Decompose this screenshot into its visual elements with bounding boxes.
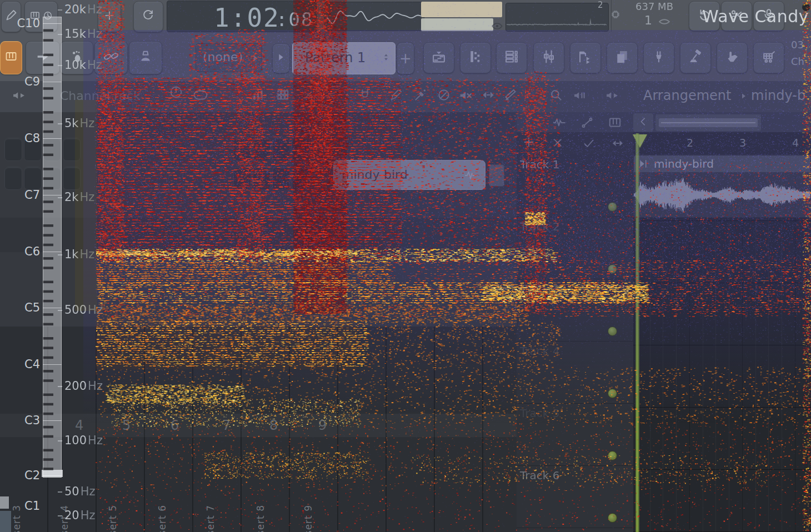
note-label: C4: [13, 358, 40, 371]
note-label: C2: [13, 469, 40, 482]
step-button[interactable]: [24, 167, 42, 190]
note-label: C6: [13, 245, 40, 258]
hint-bar: [421, 2, 502, 17]
note-label: C9: [13, 75, 40, 88]
mixer-strip-number: 4: [75, 418, 83, 433]
track-led[interactable]: [608, 513, 617, 523]
wavecandy-title: Wave Candy: [702, 7, 809, 26]
freq-label: 500Hz: [58, 303, 103, 317]
mixer-insert-label: Insert 7: [205, 505, 216, 532]
typing-piano-icon: [4, 50, 18, 66]
arrow-right-icon: [35, 49, 51, 67]
piano-refresh-icon: [142, 9, 155, 24]
freq-label: 20Hz: [58, 509, 96, 522]
note-label: C3: [13, 414, 40, 427]
track-led[interactable]: [608, 451, 617, 460]
step-button[interactable]: [43, 138, 61, 161]
time-seconds: :08: [276, 8, 313, 31]
mixer-insert-label: Insert 6: [157, 505, 168, 532]
time-main: 1:02: [214, 3, 280, 33]
keyboard-refresh-button[interactable]: [133, 1, 163, 32]
freq-label: 10kHz: [58, 58, 102, 72]
audition-speaker-icon[interactable]: [11, 88, 27, 106]
mixer-insert-label: Insert 9: [303, 505, 314, 532]
note-label: C5: [13, 301, 40, 314]
typing-keyboard-button[interactable]: [0, 41, 22, 74]
piano-plus-icon: [103, 9, 116, 24]
mixer-corner-light: [0, 496, 9, 509]
oscilloscope-panel[interactable]: [324, 2, 424, 31]
wavecandy-tint: [83, 30, 811, 424]
step-button[interactable]: [4, 167, 22, 190]
step-button[interactable]: [43, 167, 61, 190]
freq-label: 20kHz: [58, 3, 102, 16]
hint-bar-secondary: [421, 18, 493, 31]
cpu-panel[interactable]: [505, 3, 609, 32]
track-label: Track 6: [520, 469, 559, 482]
cpu-graph-canvas: [507, 4, 607, 29]
step-record-button[interactable]: [26, 41, 60, 74]
freq-label: 5kHz: [58, 117, 94, 130]
step-button[interactable]: [63, 138, 81, 161]
freq-label: 15kHz: [58, 27, 102, 41]
time-display-panel[interactable]: 1:02 :08: [167, 1, 317, 32]
mixer-corner-blue: [0, 511, 11, 532]
cpu-value: 2: [598, 0, 603, 10]
mouth-icon: [658, 15, 671, 31]
oscilloscope-canvas: [327, 4, 421, 28]
freq-label: 2kHz: [58, 190, 94, 204]
note-label: C7: [13, 188, 40, 202]
note-label: C1: [13, 499, 40, 513]
step-button[interactable]: [63, 167, 81, 190]
track-header[interactable]: Track 6: [517, 465, 633, 528]
note-label: C10: [13, 17, 40, 30]
freq-label: 200Hz: [58, 379, 103, 393]
mixer-insert-label: Insert 5: [107, 505, 118, 532]
clock-icon: [42, 10, 53, 23]
note-label: C8: [13, 132, 40, 145]
freq-label: 100Hz: [58, 434, 103, 447]
memory-value: 637 MB: [618, 1, 673, 12]
mixer-insert-label: Insert 8: [255, 505, 266, 532]
polyphony-value: 1: [644, 13, 652, 27]
freq-label: 50Hz: [58, 485, 96, 498]
freq-label: 1kHz: [58, 248, 94, 261]
fl-studio-window: 1:02 :08 2 637 MB 1 (none) Pattern 1: [0, 0, 811, 532]
